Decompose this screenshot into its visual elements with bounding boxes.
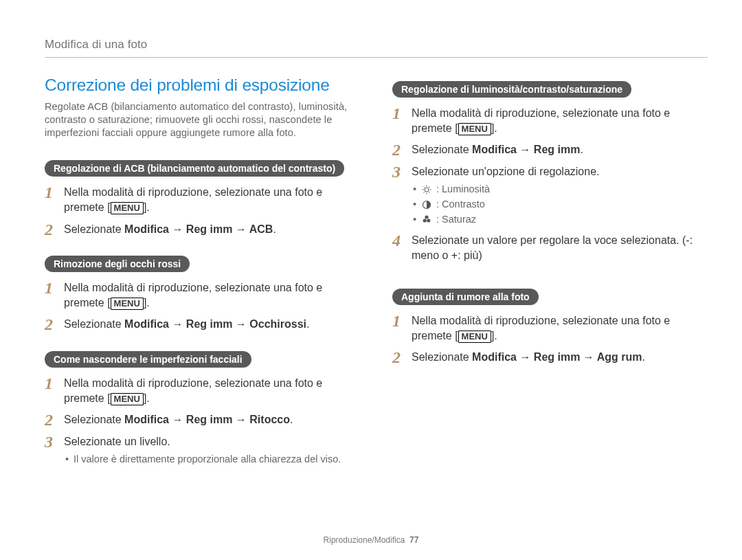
text: .	[273, 223, 276, 235]
menu-path: Modifica → Reg imm → Ritocco	[124, 414, 290, 425]
text: Nella modalità di riproduzione, selezion…	[64, 186, 322, 213]
menu-path: Modifica → Reg imm → ACB	[124, 223, 273, 235]
contrast-icon	[421, 200, 432, 210]
svg-point-10	[425, 216, 428, 219]
menu-path: Modifica → Reg imm → Agg rum	[472, 351, 642, 363]
text: Selezionate	[412, 144, 472, 155]
steps-acb: Nella modalità di riproduzione, selezion…	[45, 185, 360, 236]
text: Il valore è direttamente proporzionale a…	[74, 453, 341, 467]
page-header: Modifica di una foto	[45, 38, 708, 58]
note-list: Il valore è direttamente proporzionale a…	[64, 453, 360, 467]
text: Nella modalità di riproduzione, selezion…	[412, 315, 670, 341]
menu-path: Modifica → Reg imm → Occhirossi	[124, 318, 306, 330]
svg-point-0	[425, 188, 429, 192]
step: Selezionate un livello. Il valore è dire…	[45, 434, 360, 467]
menu-button-label: MENU	[458, 331, 491, 343]
brightness-icon	[421, 185, 432, 194]
text: : Contrasto	[436, 198, 485, 212]
pill-bcs: Regolazione di luminosità/contrasto/satu…	[392, 81, 631, 98]
section-title: Correzione dei problemi di esposizione	[45, 76, 360, 95]
text: .	[642, 351, 644, 363]
intro-text: Regolate ACB (bilanciamento automatico d…	[45, 100, 360, 139]
text: .	[306, 318, 309, 330]
text: Nella modalità di riproduzione, selezion…	[64, 377, 322, 404]
text: Nella modalità di riproduzione, selezion…	[64, 282, 322, 309]
text: Nella modalità di riproduzione, selezion…	[412, 107, 670, 134]
text: .	[290, 414, 293, 425]
option-saturazione: : Saturaz	[412, 213, 708, 227]
menu-button-label: MENU	[111, 202, 144, 214]
text: : Saturaz	[436, 213, 476, 227]
step: Selezionate Modifica → Reg imm.	[392, 142, 708, 157]
pill-face: Come nascondere le imperfezioni facciali	[45, 351, 251, 368]
svg-line-6	[429, 192, 429, 192]
pill-noise: Aggiunta di rumore alla foto	[392, 289, 539, 305]
page-footer: Riproduzione/Modifica 77	[0, 535, 742, 545]
step: Nella modalità di riproduzione, selezion…	[45, 185, 360, 214]
right-column: Regolazione di luminosità/contrasto/satu…	[392, 76, 708, 480]
step: Selezionate Modifica → Reg imm → Occhiro…	[45, 317, 360, 332]
option-luminosita: : Luminosità	[412, 183, 708, 197]
text: Selezionate un livello.	[64, 436, 170, 447]
text: ].	[491, 122, 497, 134]
steps-redeye: Nella modalità di riproduzione, selezion…	[45, 280, 360, 332]
text: Selezionate	[412, 351, 472, 363]
text: .	[580, 144, 583, 155]
pill-redeye: Rimozione degli occhi rossi	[45, 256, 190, 272]
menu-path: Modifica → Reg imm	[472, 144, 580, 155]
footer-section: Riproduzione/Modifica	[324, 535, 405, 545]
text: Selezionate	[64, 318, 124, 330]
svg-point-12	[427, 219, 430, 223]
option-list: : Luminosità : Contrasto :	[412, 183, 708, 226]
steps-bcs: Nella modalità di riproduzione, selezion…	[392, 106, 708, 262]
note: Il valore è direttamente proporzionale a…	[64, 453, 360, 467]
text: Selezionate un'opzione di regolazione.	[412, 166, 599, 177]
text: Selezionate	[64, 223, 124, 235]
text: ].	[144, 392, 150, 404]
step: Nella modalità di riproduzione, selezion…	[392, 106, 708, 135]
text: ].	[144, 201, 150, 213]
step: Nella modalità di riproduzione, selezion…	[45, 376, 360, 405]
step: Nella modalità di riproduzione, selezion…	[392, 313, 708, 343]
text: ].	[491, 330, 497, 341]
menu-button-label: MENU	[111, 298, 144, 310]
pill-acb: Regolazione di ACB (bilanciamento automa…	[45, 160, 344, 177]
svg-point-11	[423, 219, 427, 223]
menu-button-label: MENU	[111, 393, 144, 405]
step: Selezionate Modifica → Reg imm → Agg rum…	[392, 350, 708, 365]
option-contrasto: : Contrasto	[412, 198, 708, 212]
menu-button-label: MENU	[458, 123, 491, 135]
text: ].	[144, 297, 150, 309]
step: Selezionate Modifica → Reg imm → Ritocco…	[45, 412, 360, 427]
text: Selezionate	[64, 414, 124, 425]
steps-face: Nella modalità di riproduzione, selezion…	[45, 376, 360, 467]
text: : Luminosità	[436, 183, 490, 197]
saturation-icon	[421, 214, 432, 224]
svg-line-8	[424, 192, 425, 192]
steps-noise: Nella modalità di riproduzione, selezion…	[392, 313, 708, 365]
svg-line-7	[429, 187, 429, 188]
svg-line-5	[424, 187, 425, 188]
step: Nella modalità di riproduzione, selezion…	[45, 280, 360, 310]
text: Selezionate un valore per regolare la vo…	[412, 234, 693, 261]
step: Selezionate un'opzione di regolazione. :…	[392, 164, 708, 226]
step: Selezionate Modifica → Reg imm → ACB.	[45, 222, 360, 237]
left-column: Correzione dei problemi di esposizione R…	[45, 76, 360, 480]
page-number: 77	[409, 535, 418, 545]
step: Selezionate un valore per regolare la vo…	[392, 233, 708, 262]
